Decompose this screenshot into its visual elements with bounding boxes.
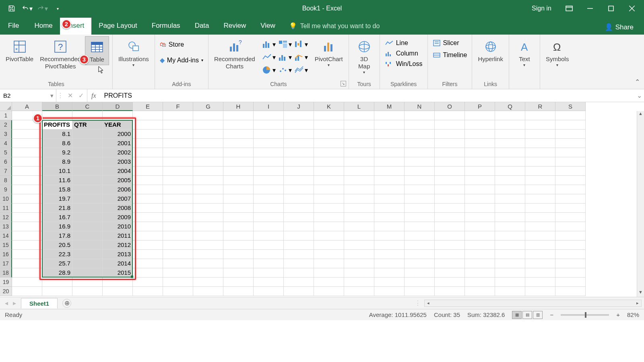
cell-R20[interactable] bbox=[525, 287, 555, 296]
cell-C20[interactable] bbox=[72, 287, 103, 296]
cell-Q11[interactable] bbox=[495, 204, 525, 213]
customize-qat[interactable]: ▾ bbox=[51, 2, 64, 14]
minimize-button[interactable] bbox=[580, 0, 601, 17]
cell-N14[interactable] bbox=[405, 231, 435, 241]
tell-me-search[interactable]: 💡 Tell me what you want to do bbox=[289, 22, 380, 35]
cell-J14[interactable] bbox=[284, 231, 314, 241]
cell-O15[interactable] bbox=[435, 241, 465, 250]
symbols-button[interactable]: Ω Symbols ▾ bbox=[543, 36, 572, 69]
cell-K14[interactable] bbox=[314, 231, 344, 241]
cell-E1[interactable] bbox=[133, 111, 163, 120]
chevron-down-icon[interactable]: ▾ bbox=[50, 92, 54, 99]
cell-L20[interactable] bbox=[344, 287, 374, 296]
cell-E8[interactable] bbox=[133, 176, 163, 185]
cell-D11[interactable]: 2008 bbox=[103, 204, 133, 213]
cell-K7[interactable] bbox=[314, 167, 344, 176]
pivotchart-button[interactable]: PivotChart ▾ bbox=[312, 36, 345, 69]
cell-B2[interactable]: PROFITS bbox=[42, 120, 72, 130]
cell-B8[interactable]: 11.6 bbox=[42, 176, 72, 185]
cell-D8[interactable]: 2005 bbox=[103, 176, 133, 185]
cell-F15[interactable] bbox=[163, 241, 193, 250]
cell-F14[interactable] bbox=[163, 231, 193, 241]
cell-A10[interactable] bbox=[12, 194, 42, 204]
cell-N17[interactable] bbox=[405, 259, 435, 268]
cell-F11[interactable] bbox=[163, 204, 193, 213]
cell-E16[interactable] bbox=[133, 250, 163, 259]
col-header-N[interactable]: N bbox=[405, 102, 435, 111]
cell-N8[interactable] bbox=[405, 176, 435, 185]
cell-B3[interactable]: 8.1 bbox=[42, 130, 72, 139]
cell-R8[interactable] bbox=[525, 176, 555, 185]
cell-I17[interactable] bbox=[254, 259, 284, 268]
cell-F9[interactable] bbox=[163, 185, 193, 194]
illustrations-button[interactable]: Illustrations ▾ bbox=[116, 36, 151, 69]
cell-B20[interactable] bbox=[42, 287, 72, 296]
cell-A13[interactable] bbox=[12, 222, 42, 231]
row-header-5[interactable]: 5 bbox=[0, 148, 12, 157]
cell-O9[interactable] bbox=[435, 185, 465, 194]
cell-G16[interactable] bbox=[193, 250, 223, 259]
cell-G20[interactable] bbox=[193, 287, 223, 296]
recommended-charts-button[interactable]: ? Recommended Charts bbox=[212, 36, 258, 72]
cell-Q8[interactable] bbox=[495, 176, 525, 185]
col-header-B[interactable]: B bbox=[42, 102, 72, 111]
cell-H12[interactable] bbox=[223, 213, 254, 222]
cell-R19[interactable] bbox=[525, 278, 555, 287]
row-header-3[interactable]: 3 bbox=[0, 130, 12, 139]
cell-F12[interactable] bbox=[163, 213, 193, 222]
col-header-R[interactable]: R bbox=[525, 102, 555, 111]
sparkline-winloss-button[interactable]: Win/Loss bbox=[383, 60, 424, 68]
cell-O6[interactable] bbox=[435, 157, 465, 167]
cell-R11[interactable] bbox=[525, 204, 555, 213]
text-button[interactable]: A Text ▾ bbox=[512, 36, 537, 69]
cell-D12[interactable]: 2009 bbox=[103, 213, 133, 222]
cell-S14[interactable] bbox=[555, 231, 586, 241]
cell-I8[interactable] bbox=[254, 176, 284, 185]
cell-P10[interactable] bbox=[465, 194, 495, 204]
zoom-out-button[interactable]: − bbox=[550, 311, 553, 318]
maximize-button[interactable] bbox=[601, 0, 621, 17]
cell-N20[interactable] bbox=[405, 287, 435, 296]
cell-N7[interactable] bbox=[405, 167, 435, 176]
cell-P14[interactable] bbox=[465, 231, 495, 241]
cell-R14[interactable] bbox=[525, 231, 555, 241]
row-header-9[interactable]: 9 bbox=[0, 185, 12, 194]
cell-K11[interactable] bbox=[314, 204, 344, 213]
cell-S16[interactable] bbox=[555, 250, 586, 259]
cell-H8[interactable] bbox=[223, 176, 254, 185]
cell-C3[interactable] bbox=[72, 130, 103, 139]
cell-A15[interactable] bbox=[12, 241, 42, 250]
spreadsheet-grid[interactable]: ABCDEFGHIJKLMNOPQRS 12345678910111213141… bbox=[0, 102, 644, 297]
cell-I11[interactable] bbox=[254, 204, 284, 213]
share-button[interactable]: 👤 Share bbox=[597, 20, 641, 35]
cell-R12[interactable] bbox=[525, 213, 555, 222]
cell-D14[interactable]: 2011 bbox=[103, 231, 133, 241]
cell-A8[interactable] bbox=[12, 176, 42, 185]
cell-A11[interactable] bbox=[12, 204, 42, 213]
cell-S5[interactable] bbox=[555, 148, 586, 157]
cell-B11[interactable]: 21.8 bbox=[42, 204, 72, 213]
cell-B14[interactable]: 17.8 bbox=[42, 231, 72, 241]
charts-dialog-launcher[interactable]: ↘ bbox=[341, 81, 346, 86]
cell-S6[interactable] bbox=[555, 157, 586, 167]
row-header-10[interactable]: 10 bbox=[0, 194, 12, 204]
cell-F20[interactable] bbox=[163, 287, 193, 296]
cell-R15[interactable] bbox=[525, 241, 555, 250]
cell-C12[interactable] bbox=[72, 213, 103, 222]
sparkline-line-button[interactable]: Line bbox=[383, 39, 410, 47]
cell-E20[interactable] bbox=[133, 287, 163, 296]
col-header-G[interactable]: G bbox=[193, 102, 223, 111]
cell-Q2[interactable] bbox=[495, 120, 525, 130]
cell-D2[interactable]: YEAR bbox=[103, 120, 133, 130]
cell-C6[interactable] bbox=[72, 157, 103, 167]
recommended-pivottables-button[interactable]: ? Recommended PivotTables bbox=[37, 36, 83, 72]
cell-K4[interactable] bbox=[314, 139, 344, 148]
tab-home[interactable]: Home bbox=[27, 18, 60, 35]
cell-C18[interactable] bbox=[72, 268, 103, 278]
cell-O20[interactable] bbox=[435, 287, 465, 296]
cell-G1[interactable] bbox=[193, 111, 223, 120]
cell-A1[interactable] bbox=[12, 111, 42, 120]
ribbon-display-options-icon[interactable] bbox=[559, 0, 580, 17]
cell-S15[interactable] bbox=[555, 241, 586, 250]
cell-P6[interactable] bbox=[465, 157, 495, 167]
